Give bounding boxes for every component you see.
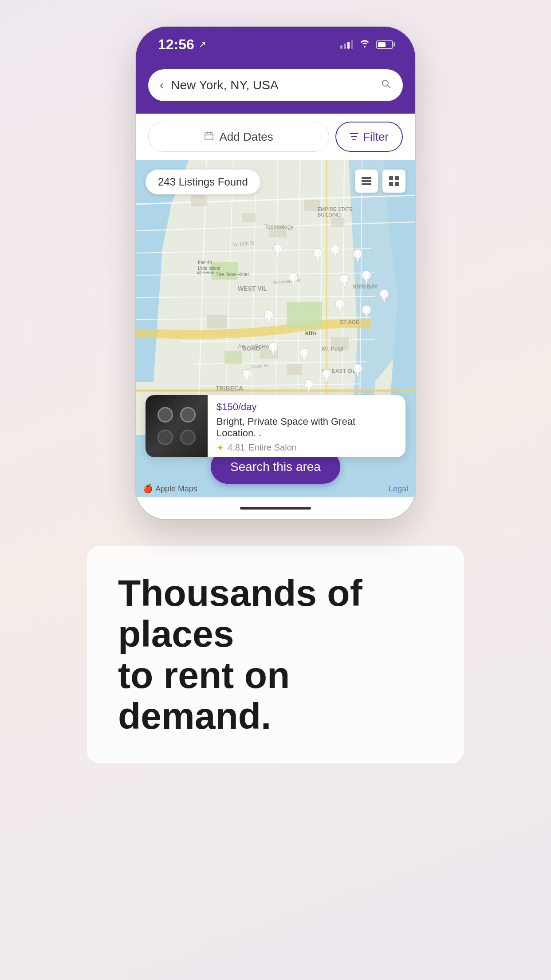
svg-text:The Jane Hotel: The Jane Hotel xyxy=(216,272,249,277)
phone-shell: 12:56 ↗ ‹ New York, NY, USA xyxy=(136,27,415,519)
listings-badge: 243 Listings Found xyxy=(146,170,260,194)
svg-text:Pier 40: Pier 40 xyxy=(198,260,212,265)
search-query: New York, NY, USA xyxy=(171,78,374,92)
filter-row: Add Dates Filter xyxy=(136,114,415,160)
svg-rect-24 xyxy=(191,195,207,206)
svg-text:Mr. Purpl: Mr. Purpl xyxy=(322,346,343,352)
svg-text:L E EAST SIDE: L E EAST SIDE xyxy=(322,368,360,374)
search-icon[interactable] xyxy=(381,79,391,92)
listing-image xyxy=(146,395,208,457)
rating-icon: ✦ xyxy=(216,443,224,453)
svg-text:EMPIRE STATE: EMPIRE STATE xyxy=(318,206,353,212)
svg-text:ST AGE: ST AGE xyxy=(340,319,359,325)
svg-rect-22 xyxy=(287,302,322,328)
home-indicator xyxy=(136,497,415,519)
search-area: ‹ New York, NY, USA xyxy=(136,62,415,114)
signal-icon xyxy=(340,40,353,49)
location-arrow-icon: ↗ xyxy=(199,39,206,50)
svg-rect-56 xyxy=(362,177,371,179)
filter-icon xyxy=(350,130,358,144)
status-bar: 12:56 ↗ xyxy=(136,27,415,62)
listing-title: Bright, Private Space with Great Locatio… xyxy=(216,416,397,439)
apple-icon: 🍎 xyxy=(143,484,153,494)
add-dates-button[interactable]: Add Dates xyxy=(148,122,329,152)
svg-text:TRIBECA: TRIBECA xyxy=(216,385,243,392)
svg-text:An... oSoHo: An... oSoHo xyxy=(238,343,269,350)
svg-rect-25 xyxy=(242,213,256,222)
listing-image-inner xyxy=(146,395,208,457)
back-button[interactable]: ‹ xyxy=(160,78,164,92)
svg-rect-28 xyxy=(331,217,344,227)
svg-rect-61 xyxy=(389,182,393,186)
search-bar[interactable]: ‹ New York, NY, USA xyxy=(148,69,403,101)
svg-text:@Pier55: @Pier55 xyxy=(197,270,214,275)
svg-rect-62 xyxy=(395,182,399,186)
svg-rect-1 xyxy=(205,133,213,140)
grid-view-toggle[interactable] xyxy=(382,170,405,193)
svg-rect-29 xyxy=(207,315,227,328)
svg-rect-21 xyxy=(211,262,238,280)
map-container[interactable]: WEST VIL SOHO TRIBECA CHINATOWN L E EAST… xyxy=(136,160,415,497)
view-toggles xyxy=(355,170,405,193)
svg-text:Technology: Technology xyxy=(264,223,294,230)
svg-text:KIPS BAY: KIPS BAY xyxy=(353,284,378,290)
calendar-icon xyxy=(204,130,214,144)
svg-rect-58 xyxy=(362,183,371,185)
status-icons xyxy=(340,39,393,50)
wifi-icon xyxy=(359,39,370,50)
maps-attribution: 🍎 Apple Maps xyxy=(143,484,197,494)
listing-info: $150/day Bright, Private Space with Grea… xyxy=(208,395,405,457)
status-time: 12:56 ↗ xyxy=(158,36,206,53)
svg-text:KITH: KITH xyxy=(305,331,317,336)
bottom-text-section: Thousands of places to rent on demand. xyxy=(87,546,464,763)
svg-text:WEST VIL: WEST VIL xyxy=(238,285,268,292)
svg-rect-60 xyxy=(395,176,399,180)
svg-rect-59 xyxy=(389,176,393,180)
svg-rect-31 xyxy=(287,364,302,375)
svg-rect-23 xyxy=(224,351,242,364)
headline: Thousands of places to rent on demand. xyxy=(118,573,433,737)
listing-meta: ✦ 4.81 Entire Salon xyxy=(216,443,397,453)
filter-button[interactable]: Filter xyxy=(335,122,403,152)
listing-card[interactable]: $150/day Bright, Private Space with Grea… xyxy=(146,395,405,457)
battery-icon xyxy=(376,40,393,49)
svg-rect-57 xyxy=(362,180,371,182)
list-view-toggle[interactable] xyxy=(355,170,378,193)
svg-text:BUILDING: BUILDING xyxy=(318,212,341,217)
legal-link[interactable]: Legal xyxy=(389,484,408,494)
listing-price: $150/day xyxy=(216,399,397,413)
home-bar xyxy=(240,507,311,510)
